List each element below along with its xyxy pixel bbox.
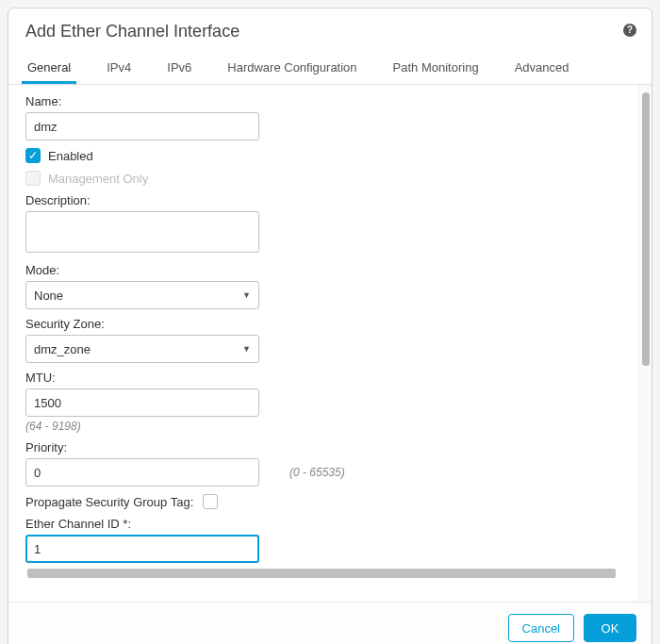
mode-label: Mode: [25, 263, 621, 277]
ok-button[interactable]: OK [584, 614, 636, 642]
vertical-scrollbar-track[interactable] [638, 85, 652, 602]
tab-ipv4[interactable]: IPv4 [101, 51, 137, 84]
description-input[interactable] [25, 211, 259, 253]
tab-general[interactable]: General [22, 51, 76, 84]
enabled-checkbox[interactable]: ✓ [25, 148, 41, 163]
security-zone-value: dmz_zone [34, 342, 91, 356]
caret-down-icon: ▼ [242, 344, 251, 354]
mtu-input[interactable] [25, 388, 259, 417]
tab-advanced[interactable]: Advanced [509, 51, 575, 84]
dialog-body: Name: ✓ Enabled Management Only Descript… [8, 85, 652, 602]
priority-input[interactable] [25, 458, 259, 487]
mtu-hint: (64 - 9198) [25, 420, 621, 433]
etherchannel-id-input[interactable] [25, 535, 259, 563]
tab-path-monitoring[interactable]: Path Monitoring [388, 51, 485, 84]
propagate-sgt-label: Propagate Security Group Tag: [25, 495, 193, 509]
help-icon[interactable]: ? [623, 24, 636, 37]
propagate-sgt-checkbox[interactable] [203, 494, 218, 509]
name-input[interactable] [25, 112, 259, 140]
dialog-footer: Cancel OK [8, 602, 652, 644]
horizontal-scrollbar[interactable] [27, 569, 616, 578]
dialog-header: Add Ether Channel Interface ? [8, 8, 652, 51]
mtu-label: MTU: [25, 371, 621, 385]
add-etherchannel-dialog: Add Ether Channel Interface ? General IP… [8, 8, 652, 644]
name-label: Name: [25, 94, 621, 108]
management-only-checkbox [25, 171, 41, 186]
dialog-title: Add Ether Channel Interface [25, 22, 635, 41]
security-zone-select[interactable]: dmz_zone ▼ [25, 335, 259, 363]
form-area: Name: ✓ Enabled Management Only Descript… [8, 85, 638, 602]
tab-hardware-config[interactable]: Hardware Configuration [222, 51, 362, 84]
mode-select[interactable]: None ▼ [25, 281, 259, 309]
etherchannel-id-label: Ether Channel ID *: [25, 517, 621, 531]
tab-bar: General IPv4 IPv6 Hardware Configuration… [8, 51, 652, 85]
caret-down-icon: ▼ [242, 290, 251, 300]
security-zone-label: Security Zone: [25, 317, 621, 331]
enabled-label: Enabled [48, 149, 93, 163]
cancel-button[interactable]: Cancel [508, 614, 574, 642]
management-only-label: Management Only [48, 172, 148, 186]
priority-label: Priority: [25, 440, 621, 454]
description-label: Description: [25, 193, 621, 207]
tab-ipv6[interactable]: IPv6 [161, 51, 197, 84]
priority-hint: (0 - 65535) [289, 466, 345, 479]
vertical-scrollbar-thumb[interactable] [642, 92, 650, 366]
mode-value: None [34, 289, 63, 303]
